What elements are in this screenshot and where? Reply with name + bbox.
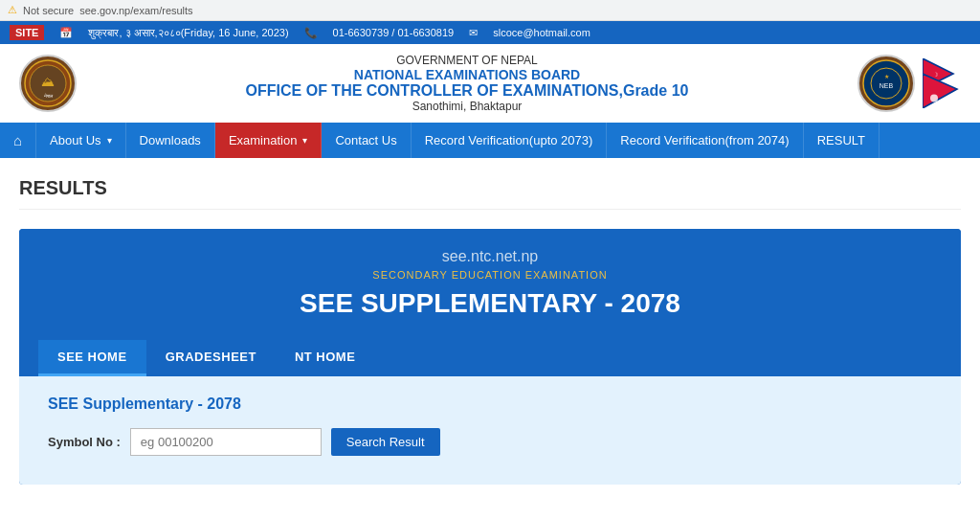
nav-result-label: RESULT xyxy=(817,133,865,147)
neb-logo: ★ NEB xyxy=(858,55,915,112)
nav-examination[interactable]: Examination ▾ xyxy=(215,123,323,158)
tab-nt-home-label: NT HOME xyxy=(295,350,355,364)
nav-home[interactable]: ⌂ xyxy=(0,123,36,158)
see-site-url: see.ntc.net.np xyxy=(38,248,942,265)
tab-gradesheet[interactable]: GRADESHEET xyxy=(146,340,276,376)
see-box-header: see.ntc.net.np SECONDARY EDUCATION EXAMI… xyxy=(19,229,961,328)
site-header: ⛰ नेपाल GOVERNMENT OF NEPAL NATIONAL EXA… xyxy=(0,44,980,123)
nav-contact-label: Contact Us xyxy=(335,133,396,147)
tab-gradesheet-label: GRADESHEET xyxy=(166,350,256,364)
svg-text:NEB: NEB xyxy=(880,82,894,89)
location-text: Sanothimi, Bhaktapur xyxy=(77,100,858,113)
see-content-title: SEE Supplementary - 2078 xyxy=(48,396,932,413)
header-center: GOVERNMENT OF NEPAL NATIONAL EXAMINATION… xyxy=(77,54,858,113)
site-label: SITE xyxy=(10,25,44,40)
see-result-box: see.ntc.net.np SECONDARY EDUCATION EXAMI… xyxy=(19,229,961,485)
nav-about-label: About Us xyxy=(50,133,100,147)
nav-record1[interactable]: Record Verification(upto 2073) xyxy=(412,123,608,158)
header-logos: ★ NEB ☽ xyxy=(858,55,961,112)
chevron-down-icon: ▾ xyxy=(107,135,112,146)
nav-contact[interactable]: Contact Us xyxy=(322,123,411,158)
nav-downloads-label: Downloads xyxy=(140,133,201,147)
search-result-button[interactable]: Search Result xyxy=(331,428,440,456)
emblem-logo: ⛰ नेपाल xyxy=(19,55,77,112)
nav-record2-label: Record Verification(from 2074) xyxy=(620,133,789,147)
search-row: Symbol No : Search Result xyxy=(48,428,932,456)
main-navbar: ⌂ About Us ▾ Downloads Examination ▾ Con… xyxy=(0,123,980,158)
calendar-icon: 📅 xyxy=(59,27,73,39)
nav-examination-label: Examination xyxy=(229,133,298,147)
email-text: slcoce@hotmail.com xyxy=(493,27,590,38)
tab-see-home-label: SEE HOME xyxy=(57,350,127,364)
home-icon: ⌂ xyxy=(13,132,22,148)
gov-title: GOVERNMENT OF NEPAL xyxy=(77,54,858,67)
chevron-down-icon-exam: ▾ xyxy=(302,135,307,146)
email-icon: ✉ xyxy=(469,27,478,39)
symbol-input[interactable] xyxy=(130,428,322,456)
nav-downloads[interactable]: Downloads xyxy=(126,123,215,158)
nepal-flag: ☽ xyxy=(923,58,961,108)
see-content-area: SEE Supplementary - 2078 Symbol No : Sea… xyxy=(19,376,961,485)
results-heading: RESULTS xyxy=(19,177,961,210)
page-content: RESULTS see.ntc.net.np SECONDARY EDUCATI… xyxy=(0,158,980,504)
see-exam-title: SEE SUPPLEMENTARY - 2078 xyxy=(38,288,942,319)
nav-about[interactable]: About Us ▾ xyxy=(36,123,125,158)
svg-text:⛰: ⛰ xyxy=(41,74,55,89)
not-secure-label: Not secure xyxy=(23,5,74,16)
svg-text:☽: ☽ xyxy=(933,71,938,78)
browser-bar: ⚠ Not secure see.gov.np/exam/results xyxy=(0,0,980,21)
tab-nt-home[interactable]: NT HOME xyxy=(276,340,374,376)
nav-record1-label: Record Verification(upto 2073) xyxy=(425,133,593,147)
tab-see-home[interactable]: SEE HOME xyxy=(38,340,146,376)
symbol-label: Symbol No : xyxy=(48,435,121,449)
svg-text:★: ★ xyxy=(884,74,889,79)
top-info-bar: SITE 📅 शुक्रबार, ३ असार,२०८०(Friday, 16 … xyxy=(0,21,980,44)
see-secondary-label: SECONDARY EDUCATION EXAMINATION xyxy=(38,269,942,281)
svg-point-10 xyxy=(930,95,938,102)
office-title: OFFICE OF THE CONTROLLER OF EXAMINATIONS… xyxy=(77,82,858,100)
phone-text: 01-6630739 / 01-6630819 xyxy=(333,27,455,38)
see-tabs: SEE HOME GRADESHEET NT HOME xyxy=(19,340,961,376)
nav-record2[interactable]: Record Verification(from 2074) xyxy=(607,123,803,158)
url-bar[interactable]: see.gov.np/exam/results xyxy=(79,5,192,16)
svg-text:नेपाल: नेपाल xyxy=(43,93,54,99)
board-title: NATIONAL EXAMINATIONS BOARD xyxy=(77,67,858,82)
date-text: शुक्रबार, ३ असार,२०८०(Friday, 16 June, 2… xyxy=(88,27,288,39)
warning-icon: ⚠ xyxy=(8,4,17,16)
phone-icon: 📞 xyxy=(304,27,318,39)
nav-result[interactable]: RESULT xyxy=(804,123,880,158)
